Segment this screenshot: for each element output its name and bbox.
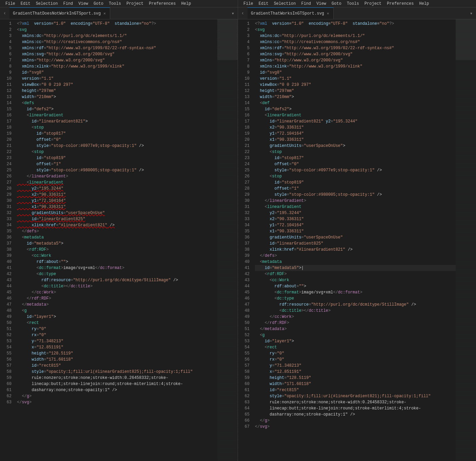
tab-left-close[interactable]: ✕ [103,11,106,16]
code-line: height="128.5119" [17,350,217,357]
line-number: 5 [238,45,250,51]
code-line: </linearGradient> [255,198,456,204]
code-line: xlink:href="#linearGradient821" /> [17,222,217,228]
code-line: x2="90.336311" [17,192,217,198]
code-line: y1="72.104164" [255,222,456,228]
menu-edit-left[interactable]: Edit [18,1,33,7]
menu-tools-right[interactable]: Tools [344,1,362,7]
code-line: id="layer1"> [255,338,456,344]
line-number: 52 [238,332,250,338]
menu-selection-right[interactable]: Selection [271,1,299,7]
code-line: <rdf:RDF> [17,247,217,253]
menu-preferences-left[interactable]: Preferences [146,1,178,7]
tab-nav-right-prev[interactable]: ‹ [238,7,247,19]
menu-goto-right[interactable]: Goto [329,1,344,7]
line-number: 43 [238,277,250,283]
code-line: x1="90.336311" [255,137,456,143]
line-number: 20 [0,137,12,143]
editor-left-content: 1234567891011121314151617181920212223242… [0,19,238,461]
code-line: <rect [17,320,217,326]
line-number: 39 [0,253,12,259]
code-area-left[interactable]: <?xml version="1.0" encoding="UTF-8" sta… [14,19,217,461]
menu-edit-right[interactable]: Edit [256,1,271,7]
line-number: 60 [238,381,250,387]
line-number: 45 [0,289,12,295]
line-numbers-left: 1234567891011121314151617181920212223242… [0,19,14,461]
menu-selection-left[interactable]: Selection [33,1,61,7]
code-line: dasharray:none;stroke-opacity:1" /> [17,387,217,393]
code-line: <linearGradient [17,179,217,186]
tab-right-filename: GradientThatWorksInGTSport.svg [251,11,324,16]
line-number: 16 [0,112,12,118]
menu-find-left[interactable]: Find [60,1,76,7]
line-number: 39 [238,253,250,259]
line-number: 2 [238,27,250,33]
tab-right-file[interactable]: GradientThatWorksInGTSport.svg ✕ [247,7,334,19]
code-line: xmlns:xlink="http://www.w3.org/1999/xlin… [17,63,217,70]
code-line: <rect [255,344,456,350]
line-number: 4 [238,39,250,45]
code-line: y="71.348213" [255,363,456,369]
menu-help-left[interactable]: Help [179,1,194,7]
code-line: width="171.60118" [255,381,456,387]
minimap-right-viewport [456,19,476,60]
code-line: <cc:Work [255,277,456,283]
line-number: 8 [238,63,250,70]
menu-find-right[interactable]: Find [298,1,314,7]
menu-view-left[interactable]: View [76,1,91,7]
code-line: xmlns:xlink="http://www.w3.org/1999/xlin… [255,63,456,70]
code-line: style="opacity:1;fill:url(#linearGradien… [17,369,217,375]
code-area-right[interactable]: <?xml version="1.0" encoding="UTF-8" sta… [252,19,456,461]
line-number: 57 [0,363,12,369]
code-line: id="metadata5"> [17,241,217,247]
minimap-right-content [456,19,476,461]
line-number: 44 [238,283,250,289]
menu-file-right[interactable]: File [241,1,256,7]
menu-project-left[interactable]: Project [124,1,146,7]
code-line: <stop [255,149,456,155]
code-line: rdf:resource="http://purl.org/dc/dcmityp… [255,302,456,308]
tab-right-expand[interactable]: ▾ [467,7,476,19]
line-number: 67 [238,424,250,430]
line-number: 15 [238,106,250,112]
code-line: style="stop-color:#980005;stop-opacity:1… [17,167,217,173]
tab-left-file[interactable]: GradientThatDoesNotWorkInGTSport.svg ✕ [9,7,110,19]
menu-goto-left[interactable]: Goto [91,1,106,7]
menu-project-right[interactable]: Project [362,1,384,7]
line-number: 1 [0,21,12,27]
code-line: width="210mm"> [17,94,217,100]
code-line: x2="90.336311" [255,124,456,131]
line-number: 32 [238,210,250,216]
tab-nav-left-prev[interactable]: ‹ [0,7,9,19]
code-line: <rdf:RDF> [255,271,456,277]
line-number: 10 [0,76,12,82]
menu-view-right[interactable]: View [314,1,329,7]
menu-preferences-right[interactable]: Preferences [384,1,416,7]
line-number: 9 [0,70,12,76]
code-line: </metadata> [17,302,217,308]
menu-help-right[interactable]: Help [417,1,432,7]
tab-left-expand[interactable]: ▾ [228,7,238,19]
menu-file-left[interactable]: File [3,1,18,7]
line-number: 41 [0,265,12,271]
code-line: <linearGradient [255,112,456,118]
line-number: 52 [0,332,12,338]
code-line: </metadata> [255,326,456,332]
code-line: id="rect815" [17,363,217,369]
code-line: y1="72.104164" [255,131,456,137]
line-number: 48 [238,308,250,314]
line-number: 18 [0,124,12,131]
code-line: rx="0" [255,357,456,363]
tabbar: ‹ GradientThatDoesNotWorkInGTSport.svg ✕… [0,7,476,19]
line-number: 35 [238,228,250,234]
tab-right-close[interactable]: ✕ [326,11,330,16]
line-number: 41 [238,265,250,271]
code-line: style="stop-color:#0977e9;stop-opacity:1… [255,167,456,173]
line-number: 47 [238,302,250,308]
menu-tools-left[interactable]: Tools [106,1,124,7]
line-number: 42 [238,271,250,277]
code-line: offset="0" [255,161,456,167]
line-number: 37 [0,241,12,247]
line-number: 29 [0,192,12,198]
code-line: </rdf:RDF> [17,295,217,302]
